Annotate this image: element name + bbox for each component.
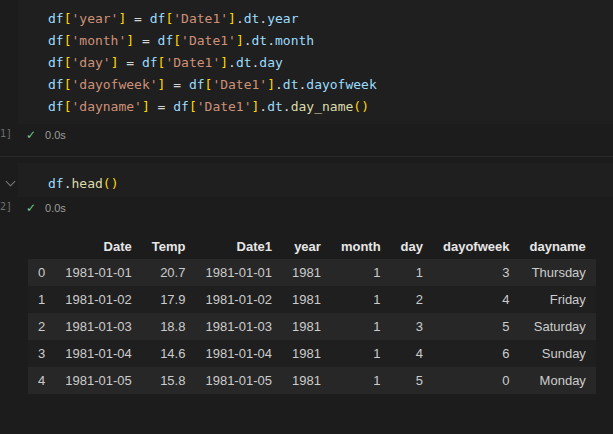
table-row: 01981-01-0120.71981-01-011981113Thursday — [28, 259, 596, 286]
code-line: df['dayname'] = df['Date1'].dt.day_name(… — [48, 96, 613, 118]
table-cell: 1 — [331, 340, 391, 367]
table-cell: 17.9 — [142, 286, 196, 313]
code-block-1: df['year'] = df['Date1'].dt.yeardf['mont… — [48, 8, 613, 118]
table-cell: Monday — [519, 367, 595, 394]
table-cell: 1981 — [282, 286, 331, 313]
table-cell: 2 — [391, 286, 433, 313]
table-cell: 1981 — [282, 313, 331, 340]
code-editor-2[interactable]: df.head() — [18, 163, 613, 197]
table-cell: 1981-01-04 — [55, 340, 142, 367]
table-cell: 1 — [331, 286, 391, 313]
table-cell: 1981-01-01 — [55, 259, 142, 286]
table-cell: 1981-01-03 — [195, 313, 282, 340]
table-cell: 5 — [433, 313, 519, 340]
code-line: df['day'] = df['Date1'].dt.day — [48, 52, 613, 74]
code-cell-1: df['year'] = df['Date1'].dt.yeardf['mont… — [0, 0, 613, 146]
code-line: df.head() — [48, 173, 613, 195]
row-index: 1 — [28, 286, 55, 313]
notebook: df['year'] = df['Date1'].dt.yeardf['mont… — [0, 0, 613, 434]
column-header — [28, 233, 55, 259]
table-cell: 15.8 — [142, 367, 196, 394]
table-cell: 1981-01-02 — [195, 286, 282, 313]
table-row: 41981-01-0515.81981-01-051981150Monday — [28, 367, 596, 394]
column-header: month — [331, 233, 391, 259]
column-header: Date — [55, 233, 142, 259]
table-cell: 4 — [391, 340, 433, 367]
table-cell: 20.7 — [142, 259, 196, 286]
table-cell: 18.8 — [142, 313, 196, 340]
table-cell: 1981 — [282, 340, 331, 367]
execution-time: 0.0s — [45, 129, 66, 141]
code-editor-1[interactable]: df['year'] = df['Date1'].dt.yeardf['mont… — [18, 0, 613, 124]
row-index: 0 — [28, 259, 55, 286]
cell-divider — [0, 156, 613, 157]
table-cell: 1981-01-05 — [195, 367, 282, 394]
column-header: day — [391, 233, 433, 259]
cell-2-status-bar: 2] ✓ 0.0s — [26, 197, 613, 219]
table-cell: Friday — [519, 286, 595, 313]
success-check-icon: ✓ — [26, 202, 36, 214]
table-cell: 1 — [331, 313, 391, 340]
table-cell: 1981 — [282, 367, 331, 394]
code-block-2: df.head() — [48, 173, 613, 195]
table-cell: 4 — [433, 286, 519, 313]
dataframe-table: DateTempDate1yearmonthdaydayofweekdaynam… — [28, 233, 596, 394]
table-cell: 1981-01-04 — [195, 340, 282, 367]
dataframe-output: DateTempDate1yearmonthdaydayofweekdaynam… — [28, 233, 613, 394]
execution-time: 0.0s — [45, 202, 66, 214]
table-cell: 1981-01-02 — [55, 286, 142, 313]
table-row: 31981-01-0414.61981-01-041981146Sunday — [28, 340, 596, 367]
column-header: dayofweek — [433, 233, 519, 259]
table-cell: Saturday — [519, 313, 595, 340]
column-header: dayname — [519, 233, 595, 259]
execution-count-2: 2] — [0, 201, 12, 212]
table-cell: 0 — [433, 367, 519, 394]
cell-collapse-chevron-icon[interactable] — [6, 177, 16, 187]
table-cell: 3 — [391, 313, 433, 340]
table-cell: Thursday — [519, 259, 595, 286]
table-header-row: DateTempDate1yearmonthdaydayofweekdaynam… — [28, 233, 596, 259]
code-line: df['dayofweek'] = df['Date1'].dt.dayofwe… — [48, 74, 613, 96]
table-row: 21981-01-0318.81981-01-031981135Saturday — [28, 313, 596, 340]
table-cell: 1981-01-01 — [195, 259, 282, 286]
table-cell: 1 — [331, 259, 391, 286]
success-check-icon: ✓ — [26, 129, 36, 141]
table-cell: 6 — [433, 340, 519, 367]
table-cell: 5 — [391, 367, 433, 394]
column-header: Temp — [142, 233, 196, 259]
table-cell: 1 — [391, 259, 433, 286]
table-cell: 3 — [433, 259, 519, 286]
table-cell: 1981 — [282, 259, 331, 286]
code-cell-2: df.head() 2] ✓ 0.0s — [0, 163, 613, 219]
column-header: Date1 — [195, 233, 282, 259]
table-row: 11981-01-0217.91981-01-021981124Friday — [28, 286, 596, 313]
row-index: 2 — [28, 313, 55, 340]
execution-count-1: 1] — [0, 128, 12, 139]
table-cell: 14.6 — [142, 340, 196, 367]
table-cell: 1981-01-03 — [55, 313, 142, 340]
table-cell: 1981-01-05 — [55, 367, 142, 394]
table-cell: Sunday — [519, 340, 595, 367]
table-cell: 1 — [331, 367, 391, 394]
cell-1-status-bar: 1] ✓ 0.0s — [26, 124, 613, 146]
row-index: 3 — [28, 340, 55, 367]
row-index: 4 — [28, 367, 55, 394]
code-line: df['month'] = df['Date1'].dt.month — [48, 30, 613, 52]
column-header: year — [282, 233, 331, 259]
code-line: df['year'] = df['Date1'].dt.year — [48, 8, 613, 30]
